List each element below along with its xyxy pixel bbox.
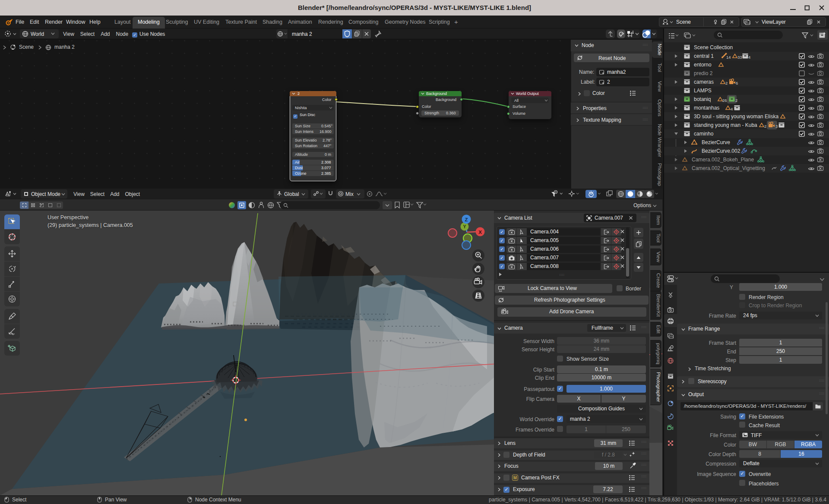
svg-text:X: X	[478, 230, 482, 235]
svg-text:Z: Z	[465, 217, 468, 222]
svg-text:Y: Y	[463, 224, 466, 229]
